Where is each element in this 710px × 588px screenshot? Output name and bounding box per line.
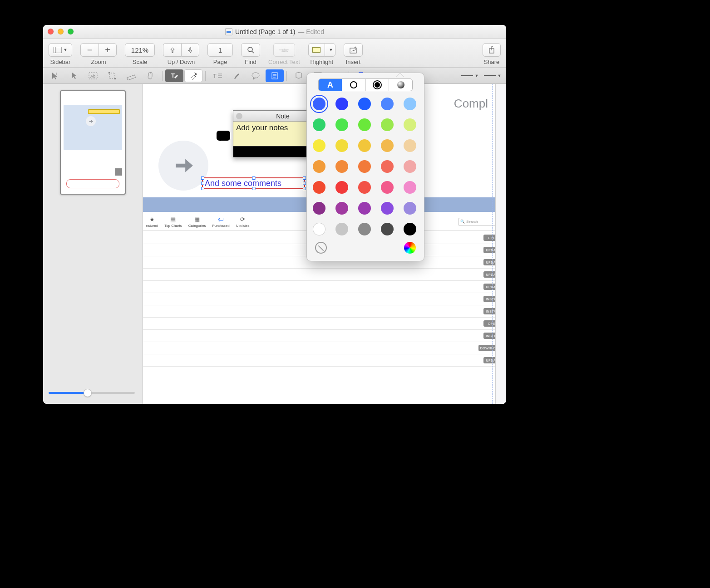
mode-fill[interactable]	[366, 79, 390, 91]
color-swatch[interactable]	[404, 160, 416, 173]
resize-handle[interactable]	[201, 176, 204, 180]
area-select-tool[interactable]: Ab	[84, 69, 102, 82]
page-down-button[interactable]	[181, 43, 199, 57]
svg-rect-0	[54, 47, 62, 53]
zoom-in-button[interactable]: +	[99, 43, 117, 57]
resize-handle[interactable]	[303, 187, 306, 190]
hand-tool[interactable]	[141, 69, 159, 82]
color-swatch[interactable]	[313, 98, 325, 110]
page-up-button[interactable]	[163, 43, 181, 57]
svg-point-2	[248, 47, 252, 52]
highlight-label: Highlight	[311, 59, 334, 65]
titlebar: Untitled (Page 1 of 1) — Edited	[43, 25, 506, 39]
marker-tool[interactable]	[227, 69, 246, 82]
page-field[interactable]: 1	[207, 43, 233, 57]
document-edited-label: — Edited	[298, 28, 324, 35]
color-swatch[interactable]	[358, 202, 371, 215]
window-zoom-button[interactable]	[68, 29, 74, 34]
color-wheel-button[interactable]	[404, 242, 416, 254]
color-swatch[interactable]	[404, 202, 416, 215]
color-swatch[interactable]	[335, 98, 348, 110]
resize-handle[interactable]	[303, 176, 306, 180]
color-swatch[interactable]	[313, 118, 325, 131]
color-swatch[interactable]	[381, 181, 394, 194]
resize-handle[interactable]	[252, 176, 255, 180]
line-dash-menu[interactable]: ▼	[482, 69, 503, 82]
comment-marker-black[interactable]	[217, 131, 230, 141]
resize-handle[interactable]	[201, 182, 204, 185]
color-swatch[interactable]	[313, 202, 325, 215]
insert-button[interactable]: +	[344, 43, 363, 57]
color-swatch[interactable]	[404, 98, 416, 110]
page-thumbnail[interactable]: ➔	[60, 90, 126, 195]
tab-categories[interactable]: ▦Categories	[188, 216, 206, 228]
tab-purchased[interactable]: 🏷Purchased	[212, 216, 230, 228]
tab-updates[interactable]: ⟳Updates	[236, 216, 250, 228]
line-style-menu[interactable]: ▼	[459, 69, 481, 82]
note-close-dot[interactable]	[236, 113, 242, 119]
highlight-button[interactable]	[308, 43, 325, 57]
find-button[interactable]	[241, 43, 260, 57]
slider-knob[interactable]	[84, 389, 92, 397]
stamp-tool[interactable]	[290, 69, 308, 82]
color-swatch[interactable]	[313, 181, 325, 194]
color-swatch[interactable]	[335, 118, 348, 131]
color-swatch[interactable]	[358, 160, 371, 173]
color-swatch[interactable]	[335, 181, 348, 194]
separator	[286, 71, 287, 81]
share-button[interactable]	[483, 43, 501, 57]
resize-handle[interactable]	[201, 187, 204, 190]
scale-field[interactable]: 121%	[125, 43, 155, 57]
color-swatch[interactable]	[335, 223, 348, 235]
color-swatch[interactable]	[404, 223, 416, 235]
zoom-out-button[interactable]: −	[80, 43, 99, 57]
color-swatch[interactable]	[313, 139, 325, 152]
pointer-tool[interactable]	[65, 69, 83, 82]
content-area: ➔ Compl Note Add your notes And so	[43, 84, 506, 404]
color-swatch[interactable]	[313, 160, 325, 173]
ruler-tool[interactable]	[122, 69, 140, 82]
mode-text-color[interactable]: A	[319, 79, 342, 91]
color-swatch[interactable]	[381, 118, 394, 131]
window-close-button[interactable]	[48, 29, 54, 34]
window-minimize-button[interactable]	[58, 29, 64, 34]
color-swatch[interactable]	[335, 202, 348, 215]
color-swatch[interactable]	[404, 139, 416, 152]
color-swatch[interactable]	[381, 139, 394, 152]
color-swatch[interactable]	[381, 98, 394, 110]
crop-tool[interactable]	[103, 69, 121, 82]
text-annotation-selected[interactable]: And some comments	[202, 177, 305, 189]
text-cursor-tool[interactable]: I	[46, 69, 64, 82]
text-style-tool[interactable]: T	[208, 69, 227, 82]
updown-group: Up / Down	[163, 43, 199, 65]
color-swatch[interactable]	[335, 160, 348, 173]
highlight-menu-button[interactable]: ▼	[325, 43, 335, 57]
color-swatch[interactable]	[404, 181, 416, 194]
color-swatch[interactable]	[358, 139, 371, 152]
eraser-tool[interactable]	[184, 69, 202, 82]
color-swatch[interactable]	[381, 202, 394, 215]
resize-handle[interactable]	[252, 187, 255, 190]
color-swatch[interactable]	[313, 223, 325, 235]
tag-icon: 🏷	[217, 216, 225, 223]
mode-3d[interactable]	[389, 79, 412, 91]
mode-outline[interactable]	[342, 79, 366, 91]
color-swatch[interactable]	[381, 160, 394, 173]
color-swatch[interactable]	[358, 181, 371, 194]
thumbnail-zoom-slider[interactable]	[49, 388, 135, 397]
color-swatch[interactable]	[358, 98, 371, 110]
speech-bubble-tool[interactable]	[247, 69, 265, 82]
color-swatch[interactable]	[335, 139, 348, 152]
tab-featured[interactable]: ★eatured	[146, 216, 158, 228]
svg-rect-14	[108, 72, 110, 74]
resize-handle[interactable]	[303, 182, 306, 185]
no-color-button[interactable]	[315, 242, 327, 254]
sidebar-toggle-button[interactable]: ▼	[49, 43, 72, 57]
color-swatch[interactable]	[358, 118, 371, 131]
note-tool[interactable]	[266, 69, 284, 82]
color-swatch[interactable]	[381, 223, 394, 235]
tab-top-charts[interactable]: ▤Top Charts	[164, 216, 182, 228]
color-swatch[interactable]	[404, 118, 416, 131]
text-annotation-tool[interactable]: T	[165, 69, 183, 82]
color-swatch[interactable]	[358, 223, 371, 235]
